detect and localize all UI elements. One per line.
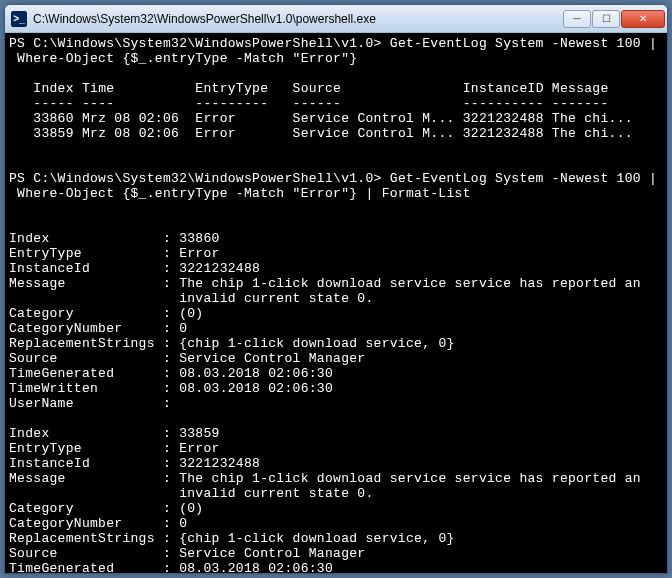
list-entry: Source : Service Control Manager xyxy=(9,351,365,366)
table-divider: ----- ---- --------- ------ ---------- -… xyxy=(9,96,609,111)
list-entry: InstanceId : 3221232488 xyxy=(9,456,260,471)
list-entry: Category : (0) xyxy=(9,501,203,516)
list-entry: Index : 33860 xyxy=(9,231,220,246)
prompt-line: PS C:\Windows\System32\WindowsPowerShell… xyxy=(9,171,657,186)
list-entry: TimeWritten : 08.03.2018 02:06:30 xyxy=(9,381,333,396)
list-entry: CategoryNumber : 0 xyxy=(9,516,187,531)
close-button[interactable]: ✕ xyxy=(621,10,665,28)
list-entry: invalid current state 0. xyxy=(9,486,374,501)
list-entry: Source : Service Control Manager xyxy=(9,546,365,561)
list-entry: InstanceId : 3221232488 xyxy=(9,261,260,276)
prompt-line: PS C:\Windows\System32\WindowsPowerShell… xyxy=(9,36,657,51)
table-row: 33859 Mrz 08 02:06 Error Service Control… xyxy=(9,126,633,141)
table-row: 33860 Mrz 08 02:06 Error Service Control… xyxy=(9,111,633,126)
list-entry: ReplacementStrings : {chip 1-click downl… xyxy=(9,336,455,351)
minimize-button[interactable]: ─ xyxy=(563,10,591,28)
titlebar[interactable]: >_ C:\Windows\System32\WindowsPowerShell… xyxy=(5,5,667,33)
list-entry: EntryType : Error xyxy=(9,246,220,261)
window-controls: ─ ☐ ✕ xyxy=(563,10,665,28)
list-entry: TimeGenerated : 08.03.2018 02:06:30 xyxy=(9,366,333,381)
list-entry: Index : 33859 xyxy=(9,426,220,441)
list-entry: Message : The chip 1-click download serv… xyxy=(9,276,641,291)
list-entry: Message : The chip 1-click download serv… xyxy=(9,471,641,486)
list-entry: invalid current state 0. xyxy=(9,291,374,306)
list-entry: Category : (0) xyxy=(9,306,203,321)
list-entry: UserName : xyxy=(9,396,179,411)
list-entry: TimeGenerated : 08.03.2018 02:06:30 xyxy=(9,561,333,573)
powershell-icon: >_ xyxy=(11,11,27,27)
list-entry: ReplacementStrings : {chip 1-click downl… xyxy=(9,531,455,546)
maximize-button[interactable]: ☐ xyxy=(592,10,620,28)
prompt-continuation: Where-Object {$_.entryType -Match "Error… xyxy=(9,51,357,66)
list-entry: CategoryNumber : 0 xyxy=(9,321,187,336)
powershell-window: >_ C:\Windows\System32\WindowsPowerShell… xyxy=(4,4,668,574)
list-entry: EntryType : Error xyxy=(9,441,220,456)
console-output[interactable]: PS C:\Windows\System32\WindowsPowerShell… xyxy=(5,33,667,573)
prompt-continuation: Where-Object {$_.entryType -Match "Error… xyxy=(9,186,471,201)
table-header: Index Time EntryType Source InstanceID M… xyxy=(9,81,609,96)
window-title: C:\Windows\System32\WindowsPowerShell\v1… xyxy=(33,12,563,26)
